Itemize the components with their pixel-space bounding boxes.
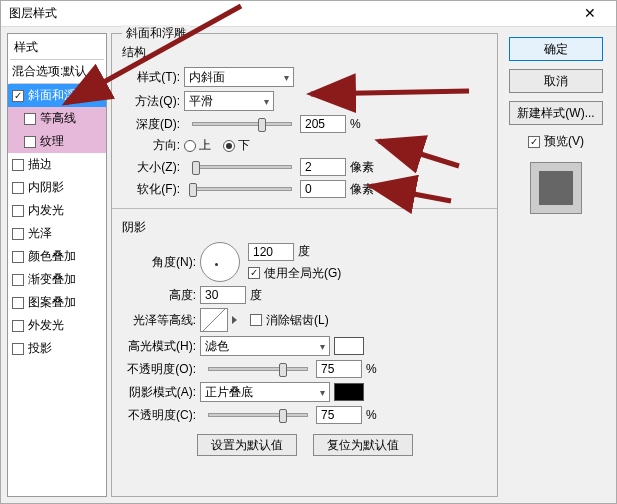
style-list-item[interactable]: 纹理 [8, 130, 106, 153]
antialias-checkbox[interactable] [250, 314, 262, 326]
shadow-opacity-row: 不透明度(C): 75 % [120, 406, 489, 424]
cancel-button[interactable]: 取消 [509, 69, 603, 93]
style-list-item[interactable]: 内阴影 [8, 176, 106, 199]
highlight-opacity-input[interactable]: 75 [316, 360, 362, 378]
highlight-opacity-row: 不透明度(O): 75 % [120, 360, 489, 378]
style-item-checkbox[interactable] [12, 159, 24, 171]
style-list-item[interactable]: 斜面和浮雕 [8, 84, 106, 107]
style-item-label: 斜面和浮雕 [28, 87, 88, 104]
shadow-opacity-input[interactable]: 75 [316, 406, 362, 424]
shadow-mode-label: 阴影模式(A): [120, 384, 200, 401]
highlight-color[interactable] [334, 337, 364, 355]
style-list-item[interactable]: 外发光 [8, 314, 106, 337]
soften-row: 软化(F): 0 像素 [120, 180, 489, 198]
set-default-button[interactable]: 设置为默认值 [197, 434, 297, 456]
highlight-opacity-slider[interactable] [208, 367, 308, 371]
style-list-item[interactable]: 图案叠加 [8, 291, 106, 314]
titlebar: 图层样式 ✕ [1, 1, 616, 27]
style-list-item[interactable]: 内发光 [8, 199, 106, 222]
style-item-checkbox[interactable] [12, 297, 24, 309]
dialog-title: 图层样式 [9, 5, 572, 22]
gloss-contour-swatch[interactable] [200, 308, 228, 332]
style-list-item[interactable]: 光泽 [8, 222, 106, 245]
preview-checkbox[interactable] [528, 136, 540, 148]
highlight-mode-dropdown[interactable]: 滤色 [200, 336, 330, 356]
style-item-checkbox[interactable] [12, 205, 24, 217]
style-item-checkbox[interactable] [12, 182, 24, 194]
soften-slider[interactable] [192, 187, 292, 191]
settings-panel: 斜面和浮雕 结构 样式(T): 内斜面 方法(Q): 平滑 深度(D): 205… [111, 33, 498, 497]
altitude-input[interactable]: 30 [200, 286, 246, 304]
style-item-checkbox[interactable] [24, 113, 36, 125]
direction-up-radio[interactable] [184, 140, 196, 152]
angle-control[interactable] [200, 242, 240, 282]
gloss-label: 光泽等高线: [120, 312, 200, 329]
style-item-label: 外发光 [28, 317, 64, 334]
angle-input[interactable]: 120 [248, 243, 294, 261]
style-dropdown[interactable]: 内斜面 [184, 67, 294, 87]
style-item-checkbox[interactable] [12, 251, 24, 263]
style-item-label: 纹理 [40, 133, 64, 150]
style-list-item[interactable]: 投影 [8, 337, 106, 360]
size-row: 大小(Z): 2 像素 [120, 158, 489, 176]
style-label: 样式(T): [120, 69, 184, 86]
style-row: 样式(T): 内斜面 [120, 67, 489, 87]
global-light-checkbox[interactable] [248, 267, 260, 279]
depth-row: 深度(D): 205 % [120, 115, 489, 133]
style-item-checkbox[interactable] [24, 136, 36, 148]
highlight-opacity-label: 不透明度(O): [120, 361, 200, 378]
group-title: 斜面和浮雕 [122, 25, 190, 42]
style-item-checkbox[interactable] [12, 320, 24, 332]
angle-label: 角度(N): [120, 254, 200, 271]
style-list-item[interactable]: 描边 [8, 153, 106, 176]
direction-label: 方向: [120, 137, 184, 154]
method-row: 方法(Q): 平滑 [120, 91, 489, 111]
style-list-item[interactable]: 颜色叠加 [8, 245, 106, 268]
altitude-row: 高度: 30 度 [120, 286, 489, 304]
style-list-item[interactable]: 等高线 [8, 107, 106, 130]
structure-title: 结构 [122, 44, 489, 61]
blending-options[interactable]: 混合选项:默认 [8, 60, 106, 83]
shadow-mode-row: 阴影模式(A): 正片叠底 [120, 382, 489, 402]
new-style-button[interactable]: 新建样式(W)... [509, 101, 603, 125]
style-item-checkbox[interactable] [12, 343, 24, 355]
close-icon[interactable]: ✕ [572, 2, 608, 26]
shadow-opacity-label: 不透明度(C): [120, 407, 200, 424]
direction-row: 方向: 上 下 [120, 137, 489, 154]
depth-slider[interactable] [192, 122, 292, 126]
depth-input[interactable]: 205 [300, 115, 346, 133]
style-list-item[interactable]: 渐变叠加 [8, 268, 106, 291]
highlight-mode-row: 高光模式(H): 滤色 [120, 336, 489, 356]
size-slider[interactable] [192, 165, 292, 169]
bevel-group: 斜面和浮雕 结构 样式(T): 内斜面 方法(Q): 平滑 深度(D): 205… [111, 33, 498, 497]
altitude-label: 高度: [120, 287, 200, 304]
style-item-label: 光泽 [28, 225, 52, 242]
style-item-checkbox[interactable] [12, 90, 24, 102]
shadow-title: 阴影 [122, 219, 489, 236]
style-item-label: 内阴影 [28, 179, 64, 196]
style-item-label: 颜色叠加 [28, 248, 76, 265]
soften-label: 软化(F): [120, 181, 184, 198]
preview-check-row: 预览(V) [528, 133, 584, 150]
gloss-row: 光泽等高线: 消除锯齿(L) [120, 308, 489, 332]
size-input[interactable]: 2 [300, 158, 346, 176]
right-pane: 确定 取消 新建样式(W)... 预览(V) [502, 33, 610, 497]
style-item-label: 描边 [28, 156, 52, 173]
shadow-color[interactable] [334, 383, 364, 401]
highlight-mode-label: 高光模式(H): [120, 338, 200, 355]
soften-input[interactable]: 0 [300, 180, 346, 198]
reset-default-button[interactable]: 复位为默认值 [313, 434, 413, 456]
method-label: 方法(Q): [120, 93, 184, 110]
style-item-label: 图案叠加 [28, 294, 76, 311]
style-item-label: 内发光 [28, 202, 64, 219]
ok-button[interactable]: 确定 [509, 37, 603, 61]
style-item-checkbox[interactable] [12, 228, 24, 240]
style-item-checkbox[interactable] [12, 274, 24, 286]
layer-style-dialog: 图层样式 ✕ 样式 混合选项:默认 斜面和浮雕等高线纹理描边内阴影内发光光泽颜色… [0, 0, 617, 504]
direction-down-radio[interactable] [223, 140, 235, 152]
style-item-label: 渐变叠加 [28, 271, 76, 288]
shadow-mode-dropdown[interactable]: 正片叠底 [200, 382, 330, 402]
method-dropdown[interactable]: 平滑 [184, 91, 274, 111]
depth-label: 深度(D): [120, 116, 184, 133]
shadow-opacity-slider[interactable] [208, 413, 308, 417]
